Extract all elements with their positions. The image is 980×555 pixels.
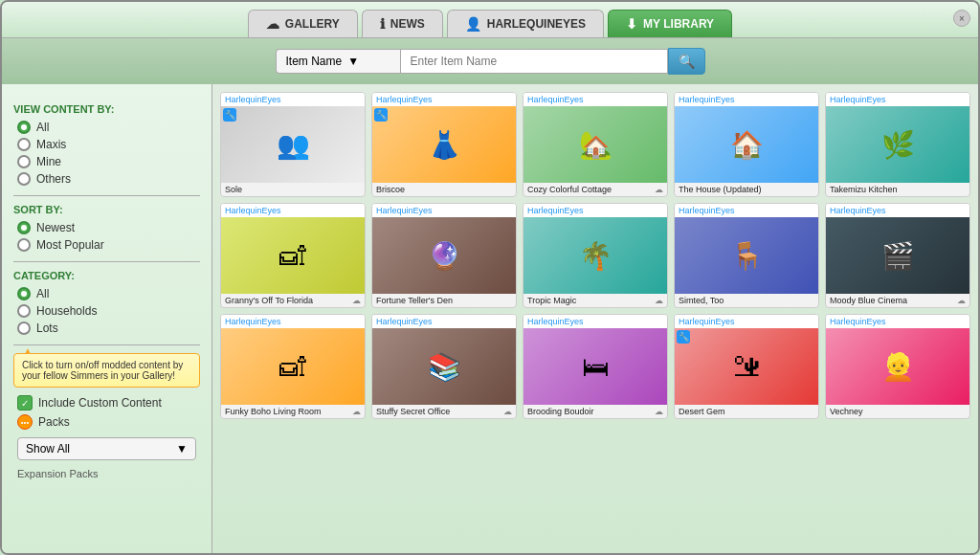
tab-news[interactable]: ℹ News xyxy=(362,10,443,37)
show-all-dropdown[interactable]: Show All ▼ xyxy=(17,437,196,460)
custom-content-checkbox[interactable]: ✓ xyxy=(17,395,33,411)
wrench-badge: 🔧 xyxy=(677,330,690,344)
view-all-label: All xyxy=(36,121,49,134)
modded-content-tooltip[interactable]: Click to turn on/off modded content by y… xyxy=(13,353,200,388)
radio-mine xyxy=(17,155,31,168)
show-all-arrow-icon: ▼ xyxy=(176,442,188,455)
tab-my-library[interactable]: ⬇ My Library xyxy=(608,10,732,37)
grid-item[interactable]: HarlequinEyes 🔧 🏜 Desert Gem xyxy=(674,314,819,419)
radio-all xyxy=(17,121,31,134)
cloud-icon: ☁ xyxy=(352,407,361,416)
view-option-maxis[interactable]: Maxis xyxy=(13,136,200,153)
grid-item[interactable]: HarlequinEyes 🌴 Tropic Magic ☁ xyxy=(523,203,668,308)
radio-households xyxy=(17,304,31,318)
view-option-others[interactable]: Others xyxy=(13,170,200,188)
view-option-all[interactable]: All xyxy=(13,119,200,136)
category-lots-label: Lots xyxy=(36,322,58,335)
item-icon: 🔮 xyxy=(428,240,461,272)
search-dropdown-label: Item Name xyxy=(286,55,343,68)
cloud-icon: ☁ xyxy=(352,296,361,305)
item-name: Takemizu Kitchen xyxy=(830,185,966,194)
wrench-badge: 🔧 xyxy=(374,108,388,122)
tab-harlequineyes[interactable]: 👤 HarlequinEyes xyxy=(447,10,604,37)
category-label: Category: xyxy=(13,270,200,281)
item-author: HarlequinEyes xyxy=(523,93,667,106)
grid-item[interactable]: HarlequinEyes 🛋 Granny's Off To Florida … xyxy=(220,203,366,308)
item-icon: 🛋 xyxy=(279,240,306,272)
item-thumbnail: 🛋 xyxy=(221,217,365,294)
item-author: HarlequinEyes xyxy=(221,93,365,106)
item-thumbnail: 🔮 xyxy=(372,217,516,294)
top-nav: ☁ Gallery ℹ News 👤 HarlequinEyes ⬇ My Li… xyxy=(2,2,978,38)
sort-option-most-popular[interactable]: Most Popular xyxy=(13,236,200,254)
item-name: Brooding Boudoir xyxy=(527,407,655,416)
category-option-lots[interactable]: Lots xyxy=(13,320,200,337)
item-name: Vechney xyxy=(830,407,966,416)
category-all-label: All xyxy=(36,287,49,300)
item-icon: 👥 xyxy=(277,129,310,161)
item-name: Desert Gem xyxy=(679,407,814,416)
tab-gallery-label: Gallery xyxy=(285,17,340,31)
item-icon: 👗 xyxy=(428,129,461,161)
grid-item[interactable]: HarlequinEyes 📚 Stuffy Secret Office ☁ xyxy=(371,314,517,419)
radio-most-popular xyxy=(17,238,31,252)
item-author: HarlequinEyes xyxy=(675,93,818,106)
item-icon: 🏜 xyxy=(733,351,760,383)
item-icon: 🌴 xyxy=(579,240,612,272)
tab-my-library-label: My Library xyxy=(643,17,714,31)
item-name: Stuffy Secret Office xyxy=(376,407,503,416)
grid-item[interactable]: HarlequinEyes 🔮 Fortune Teller's Den xyxy=(371,203,517,308)
grid-item[interactable]: HarlequinEyes 🛋 Funky Boho Living Room ☁ xyxy=(220,314,366,419)
item-icon: 🏠 xyxy=(730,129,764,161)
item-thumbnail: 🏠 xyxy=(675,106,818,183)
item-icon: 🏡 xyxy=(579,129,612,161)
search-button[interactable]: 🔍 xyxy=(668,48,705,75)
item-author: HarlequinEyes xyxy=(372,204,516,217)
item-name: Sole xyxy=(225,185,361,194)
packs-row[interactable]: ••• Packs xyxy=(13,412,200,432)
item-footer: Funky Boho Living Room ☁ xyxy=(221,405,365,418)
item-author: HarlequinEyes xyxy=(826,315,969,328)
view-mine-label: Mine xyxy=(36,155,61,168)
grid-item[interactable]: HarlequinEyes 🪑 Simted, Too xyxy=(674,203,819,308)
news-icon: ℹ xyxy=(380,16,385,32)
grid-item[interactable]: HarlequinEyes 🔧 👗 Briscoe xyxy=(371,92,517,197)
item-author: HarlequinEyes xyxy=(221,204,365,217)
sort-option-newest[interactable]: Newest xyxy=(13,219,200,236)
category-option-all[interactable]: All xyxy=(13,285,200,302)
tooltip-wrapper: Click to turn on/off modded content by y… xyxy=(13,353,200,388)
item-name: Briscoe xyxy=(376,185,512,194)
tab-gallery[interactable]: ☁ Gallery xyxy=(248,10,358,37)
item-thumbnail: 🔧 👗 xyxy=(372,106,516,183)
view-option-mine[interactable]: Mine xyxy=(13,153,200,170)
grid-item[interactable]: HarlequinEyes 🌿 Takemizu Kitchen xyxy=(825,92,970,197)
grid-item[interactable]: HarlequinEyes 🔧 👥 Sole xyxy=(220,92,366,197)
close-button[interactable]: × xyxy=(953,10,970,27)
category-households-label: Households xyxy=(36,304,97,318)
item-thumbnail: 🌿 xyxy=(826,106,969,183)
search-dropdown[interactable]: Item Name ▼ xyxy=(276,49,400,74)
library-icon: ⬇ xyxy=(626,16,637,32)
item-author: HarlequinEyes xyxy=(221,315,365,328)
item-footer: Granny's Off To Florida ☁ xyxy=(221,294,365,307)
view-others-label: Others xyxy=(36,172,71,186)
item-thumbnail: 🏡 xyxy=(523,106,667,183)
divider-1 xyxy=(13,195,200,196)
sort-by-label: Sort By: xyxy=(13,204,200,215)
cloud-icon: ☁ xyxy=(655,296,663,305)
grid-item[interactable]: HarlequinEyes 🎬 Moody Blue Cinema ☁ xyxy=(825,203,970,308)
grid-item[interactable]: HarlequinEyes 🏡 Cozy Colorful Cottage ☁ xyxy=(523,92,668,197)
search-icon: 🔍 xyxy=(679,54,695,69)
item-author: HarlequinEyes xyxy=(523,204,667,217)
grid-item[interactable]: HarlequinEyes 🛏 Brooding Boudoir ☁ xyxy=(523,314,668,419)
item-footer: Stuffy Secret Office ☁ xyxy=(372,405,516,418)
grid-item[interactable]: HarlequinEyes 🏠 The House (Updated) xyxy=(674,92,819,197)
category-option-households[interactable]: Households xyxy=(13,302,200,320)
item-author: HarlequinEyes xyxy=(826,93,969,106)
item-author: HarlequinEyes xyxy=(826,204,969,217)
item-author: HarlequinEyes xyxy=(372,315,516,328)
item-footer: Desert Gem xyxy=(675,405,818,418)
search-input[interactable] xyxy=(400,49,668,74)
custom-content-row[interactable]: ✓ Include Custom Content xyxy=(13,393,200,412)
grid-item[interactable]: HarlequinEyes 👱 Vechney xyxy=(825,314,970,419)
